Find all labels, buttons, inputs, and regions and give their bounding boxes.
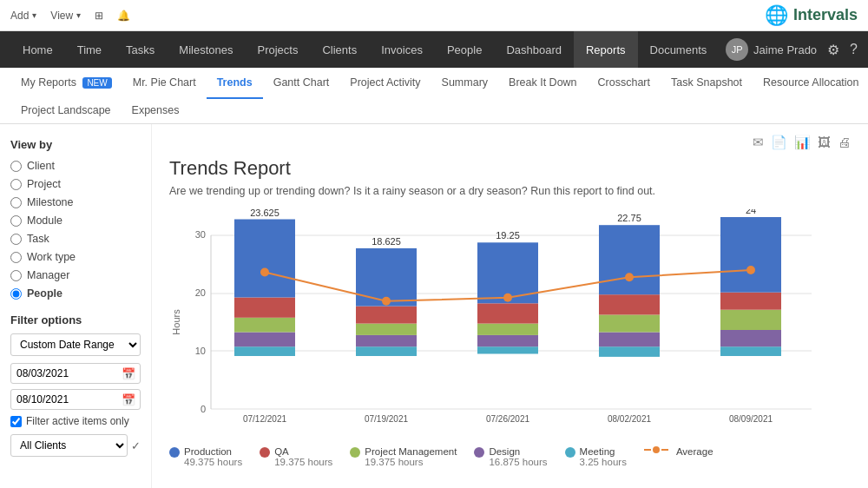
legend-dot-pm (350, 447, 360, 458)
radio-work-type[interactable]: Work type (10, 251, 141, 263)
date-range-select[interactable]: Custom Date Range (10, 333, 141, 356)
radio-people[interactable]: People (10, 287, 141, 300)
radio-module[interactable]: Module (10, 214, 141, 227)
svg-rect-31 (599, 346, 660, 357)
sub-nav-my-reports[interactable]: My Reports NEW (10, 68, 122, 99)
radio-manager[interactable]: Manager (10, 269, 141, 281)
legend-sublabel-design: 16.875 hours (489, 457, 547, 467)
legend-qa: QA 19.375 hours (260, 446, 332, 467)
legend-dot-meeting (565, 447, 575, 458)
email-icon[interactable]: ✉ (753, 135, 764, 150)
user-info: JP Jaime Prado (726, 38, 817, 61)
clients-check-icon[interactable]: ✓ (131, 439, 141, 452)
svg-text:24: 24 (746, 209, 756, 215)
sub-nav-row2: Project Landscape Expenses (10, 99, 858, 123)
all-clients-select[interactable]: All Clients (10, 434, 128, 457)
legend-average: Average (644, 446, 713, 467)
legend-avg-line-wrap (644, 446, 668, 453)
legend-meeting: Meeting 3.25 hours (565, 446, 627, 467)
legend-label-qa: QA (274, 446, 332, 457)
nav-invoices[interactable]: Invoices (369, 31, 435, 68)
svg-rect-42 (720, 217, 781, 293)
settings-icon[interactable]: ⚙ (827, 42, 839, 58)
legend-dot-qa (260, 447, 270, 458)
svg-rect-26 (477, 324, 538, 335)
image-icon[interactable]: 🖼 (818, 135, 831, 150)
sub-nav-gantt-chart[interactable]: Gantt Chart (263, 68, 340, 99)
radio-client[interactable]: Client (10, 160, 141, 172)
svg-rect-13 (234, 298, 295, 318)
app-logo: 🌐 (765, 4, 788, 27)
nav-documents[interactable]: Documents (638, 31, 720, 68)
nav-reports[interactable]: Reports (574, 31, 638, 68)
view-by-radio-group: Client Project Milestone Module Task Wor… (10, 160, 141, 300)
svg-rect-20 (356, 307, 417, 324)
help-icon[interactable]: ? (850, 42, 858, 57)
all-clients-wrap: All Clients ✓ (10, 434, 141, 457)
nav-dashboard[interactable]: Dashboard (494, 31, 574, 68)
sub-nav-project-landscape[interactable]: Project Landscape (10, 99, 122, 123)
svg-text:07/19/2021: 07/19/2021 (365, 414, 408, 424)
legend-pm: Project Management 19.375 hours (350, 446, 457, 467)
svg-rect-35 (599, 225, 660, 294)
nav-people[interactable]: People (435, 31, 494, 68)
app-name: Intervals (793, 6, 858, 24)
sub-nav-mr-pie-chart[interactable]: Mr. Pie Chart (122, 68, 207, 99)
layout-icon[interactable]: ⊞ (95, 10, 103, 22)
csv-icon[interactable]: 📊 (794, 135, 811, 150)
add-button[interactable]: Add ▾ (10, 10, 36, 22)
svg-rect-18 (356, 335, 417, 346)
sub-nav-break-it-down[interactable]: Break It Down (498, 68, 588, 99)
date-from-wrap: 📅 (10, 363, 141, 384)
calendar-from-icon[interactable]: 📅 (122, 367, 135, 380)
nav-items: Home Time Tasks Milestones Projects Clie… (10, 31, 726, 68)
svg-text:22.75: 22.75 (617, 213, 641, 223)
nav-home[interactable]: Home (10, 31, 65, 68)
svg-rect-24 (477, 346, 538, 353)
sub-nav-trends[interactable]: Trends (207, 68, 263, 99)
add-caret-icon: ▾ (32, 10, 36, 20)
svg-text:08/02/2021: 08/02/2021 (608, 414, 651, 424)
chart-svg-container: Hours 30 10 0 20 (169, 209, 851, 438)
calendar-to-icon[interactable]: 📅 (122, 393, 135, 406)
sub-nav-crosschart[interactable]: Crosschart (588, 68, 661, 99)
sidebar: View by Client Project Milestone Module … (0, 124, 152, 488)
filter-active-label: Filter active items only (26, 415, 129, 427)
radio-milestone[interactable]: Milestone (10, 196, 141, 208)
print-icon[interactable]: 🖨 (838, 135, 851, 150)
radio-task[interactable]: Task (10, 233, 141, 245)
avg-dot-2 (382, 297, 391, 306)
sub-nav-resource-allocation[interactable]: Resource Allocation (753, 68, 868, 99)
legend-label-pm: Project Management (365, 446, 457, 457)
sub-nav-summary[interactable]: Summary (431, 68, 498, 99)
sub-nav-task-snapshot[interactable]: Task Snapshot (661, 68, 753, 99)
nav-projects[interactable]: Projects (245, 31, 310, 68)
legend-sublabel-production: 49.375 hours (184, 457, 242, 467)
content-area: View by Client Project Milestone Module … (0, 124, 868, 488)
legend-production: Production 49.375 hours (169, 446, 242, 467)
filter-active-checkbox[interactable] (10, 416, 22, 427)
legend-label-design: Design (489, 446, 547, 457)
main-chart-area: ✉ 📄 📊 🖼 🖨 Trends Report Are we trending … (152, 124, 868, 488)
pdf-icon[interactable]: 📄 (771, 135, 787, 150)
main-nav: Home Time Tasks Milestones Projects Clie… (0, 31, 868, 68)
nav-time[interactable]: Time (65, 31, 114, 68)
svg-text:19.25: 19.25 (496, 230, 520, 241)
svg-rect-25 (477, 335, 538, 346)
nav-clients[interactable]: Clients (310, 31, 369, 68)
sub-nav-expenses[interactable]: Expenses (122, 99, 190, 123)
radio-project[interactable]: Project (10, 178, 141, 190)
legend-label-production: Production (184, 446, 242, 457)
svg-text:30: 30 (195, 229, 206, 240)
date-to-wrap: 📅 (10, 389, 141, 410)
svg-rect-27 (477, 303, 538, 323)
nav-right: JP Jaime Prado ⚙ ? (726, 38, 858, 61)
svg-rect-14 (234, 220, 295, 298)
notification-icon[interactable]: 🔔 (117, 10, 130, 22)
view-button[interactable]: View ▾ (50, 10, 81, 22)
nav-tasks[interactable]: Tasks (114, 31, 167, 68)
svg-text:18.625: 18.625 (372, 236, 401, 247)
nav-milestones[interactable]: Milestones (167, 31, 245, 68)
sub-nav-project-activity[interactable]: Project Activity (339, 68, 431, 99)
svg-rect-17 (356, 346, 417, 356)
